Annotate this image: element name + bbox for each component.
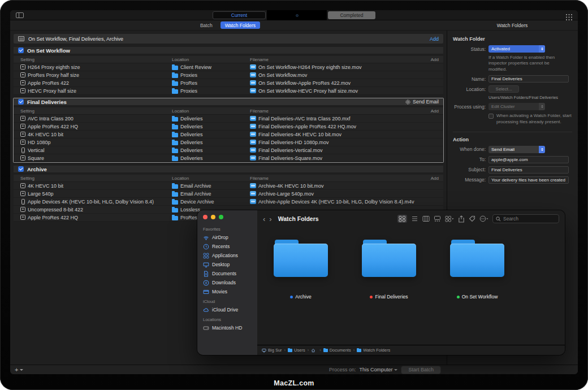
table-row[interactable]: 4K HEVC 10 bit Email Archive Archive-4K … bbox=[14, 182, 443, 190]
table-row[interactable]: Apple Devices 4K (HEVC 10-bit, HLG, Dolb… bbox=[14, 198, 443, 206]
table-row[interactable]: AVC Intra Class 200 Deliveries Final Del… bbox=[14, 115, 443, 123]
setting-icon bbox=[20, 64, 25, 70]
add-setting-button[interactable]: Add bbox=[431, 109, 443, 114]
sidebar-item-airdrop[interactable]: AirDrop bbox=[197, 233, 257, 242]
name-field[interactable]: Final Deliveries bbox=[488, 75, 569, 83]
camera-dot bbox=[296, 14, 299, 17]
icon-view-button[interactable] bbox=[397, 215, 407, 223]
checkbox-checked-icon[interactable] bbox=[18, 47, 24, 53]
table-row[interactable]: Square Deliveries Final Deliveries-Squar… bbox=[14, 154, 443, 162]
back-button[interactable]: ‹ bbox=[263, 215, 265, 223]
tab-batch[interactable]: Batch bbox=[197, 22, 216, 29]
add-setting-button[interactable]: Add bbox=[431, 176, 443, 181]
sidebar-item-desktop[interactable]: Desktop bbox=[197, 260, 257, 269]
sidebar-item-movies[interactable]: Movies bbox=[197, 287, 257, 296]
table-row[interactable]: ProRes Proxy half size Proxies On Set Wo… bbox=[14, 71, 443, 79]
search-input[interactable]: Search bbox=[492, 214, 559, 223]
folder-icon bbox=[172, 200, 178, 205]
process-on-select[interactable]: This Computer bbox=[359, 367, 397, 372]
setting-name: ProRes Proxy half size bbox=[28, 72, 79, 78]
process-using-value: Edit Cluster bbox=[488, 104, 539, 109]
folder-item-final-deliveries[interactable]: Final Deliveries bbox=[352, 240, 426, 345]
table-row[interactable]: HEVC Proxy half size Proxies On Set Work… bbox=[14, 87, 443, 95]
table-row[interactable]: Apple ProRes 422 HQ Deliveries Final Del… bbox=[14, 123, 443, 131]
sidebar-item-downloads[interactable]: Downloads bbox=[197, 278, 257, 287]
list-view-button[interactable] bbox=[411, 215, 418, 222]
sidebar-item-documents[interactable]: Documents bbox=[197, 269, 257, 278]
checkbox-checked-icon[interactable] bbox=[18, 166, 24, 172]
sidebar-item-icloud-drive[interactable]: iCloud Drive bbox=[197, 305, 257, 314]
location-select-button[interactable]: Select... bbox=[488, 85, 519, 93]
minimize-icon[interactable] bbox=[211, 215, 215, 219]
folder-item-on-set-workflow[interactable]: On Set Workflow bbox=[440, 240, 514, 345]
add-button[interactable]: + bbox=[15, 367, 18, 373]
table-row[interactable]: H264 Proxy eighth size Client Review On … bbox=[14, 63, 443, 71]
close-icon[interactable] bbox=[203, 215, 207, 219]
finder-window-title: Watch Folders bbox=[278, 215, 319, 222]
sidebar-item-label: AirDrop bbox=[212, 235, 228, 240]
sidebar-item-label: Applications bbox=[212, 253, 238, 258]
table-row[interactable]: HD 1080p Deliveries Final Deliveries-HD … bbox=[14, 138, 443, 146]
tab-current[interactable]: Current bbox=[213, 11, 266, 19]
sidebar-item-macintosh-hd[interactable]: Macintosh HD bbox=[197, 323, 257, 332]
checkbox-unchecked-icon[interactable] bbox=[488, 114, 494, 119]
action-section-label: Action bbox=[453, 132, 572, 142]
location-path: Users/Watch Folders/Final Deliveries bbox=[488, 95, 573, 100]
sidebar-item-applications[interactable]: Applications bbox=[197, 251, 257, 260]
table-row[interactable]: Apple ProRes 422 ProRes On Set Workflow-… bbox=[14, 79, 443, 87]
when-done-popup[interactable]: Send Email bbox=[488, 146, 545, 153]
group-by-button[interactable] bbox=[445, 215, 454, 222]
table-row[interactable]: Vertical Deliveries Final Deliveries-Ver… bbox=[14, 146, 443, 154]
process-using-popup[interactable]: Edit Cluster bbox=[488, 103, 545, 110]
sidebar-item-recents[interactable]: Recents bbox=[197, 242, 257, 251]
breadcrumb-watch-folders[interactable]: Watch Folders bbox=[357, 348, 390, 353]
finder-window: Favorites AirDrop Recents Applications D… bbox=[197, 210, 565, 355]
folder-item-archive[interactable]: Archive bbox=[264, 240, 338, 345]
camera-notch bbox=[267, 10, 327, 20]
table-row[interactable]: Large 540p Email Archive Archive-Large 5… bbox=[14, 190, 443, 198]
column-view-button[interactable] bbox=[422, 215, 430, 222]
setting-name: Vertical bbox=[28, 148, 45, 153]
status-popup[interactable]: Activated bbox=[488, 45, 545, 53]
tab-watch-folders[interactable]: Watch Folders bbox=[220, 21, 260, 29]
section-header[interactable]: Archive bbox=[14, 166, 443, 175]
message-field[interactable]: Your delivery files have been created bbox=[488, 176, 569, 184]
status-note: If a Watch Folder is enabled then inspec… bbox=[488, 55, 569, 72]
breadcrumb-home[interactable] bbox=[311, 348, 317, 353]
tab-completed[interactable]: Completed bbox=[328, 11, 375, 19]
share-icon[interactable] bbox=[458, 215, 465, 223]
when-done-value: Send Email bbox=[488, 147, 539, 152]
more-actions-button[interactable] bbox=[479, 215, 488, 222]
zoom-icon[interactable] bbox=[219, 215, 223, 219]
video-file-icon bbox=[250, 155, 256, 161]
tag-icon[interactable] bbox=[469, 215, 475, 222]
setting-icon bbox=[20, 140, 25, 145]
breadcrumb-users[interactable]: Users bbox=[288, 348, 305, 353]
chevron-down-icon[interactable] bbox=[20, 369, 23, 371]
breadcrumb-documents[interactable]: Documents bbox=[323, 348, 351, 353]
batch-header[interactable]: On Set Workflow, Final Deliveries, Archi… bbox=[14, 34, 443, 44]
setting-icon bbox=[20, 191, 25, 196]
grid-icon[interactable] bbox=[566, 12, 572, 23]
breadcrumb-label: Users bbox=[294, 348, 305, 353]
start-batch-button[interactable]: Start Batch bbox=[401, 366, 441, 374]
checkbox-checked-icon[interactable] bbox=[18, 99, 24, 105]
folder-icon bbox=[274, 240, 328, 277]
folder-icon bbox=[172, 216, 178, 220]
add-setting-button[interactable]: Add bbox=[431, 57, 443, 62]
section-header[interactable]: On Set Workflow bbox=[14, 47, 443, 56]
stepper-icon bbox=[539, 146, 545, 153]
subject-field[interactable]: Final Deliveries bbox=[488, 166, 569, 174]
send-email-action[interactable]: Send Email bbox=[405, 99, 439, 105]
gallery-view-button[interactable] bbox=[434, 215, 441, 222]
breadcrumb-computer[interactable]: Big Sur bbox=[262, 348, 282, 353]
batch-title: On Set Workflow, Final Deliveries, Archi… bbox=[28, 36, 123, 42]
forward-button[interactable]: › bbox=[269, 215, 271, 223]
video-file-icon bbox=[250, 116, 256, 121]
to-field[interactable]: apple@apple.com bbox=[488, 156, 569, 163]
search-placeholder: Search bbox=[503, 216, 518, 222]
table-row[interactable]: 4K HEVC 10 bit Deliveries Final Deliveri… bbox=[14, 131, 443, 138]
sidebar-toggle-icon[interactable] bbox=[16, 12, 24, 18]
add-watch-folder-button[interactable]: Add bbox=[430, 36, 439, 42]
section-header[interactable]: Final Deliveries Send Email bbox=[14, 98, 443, 107]
